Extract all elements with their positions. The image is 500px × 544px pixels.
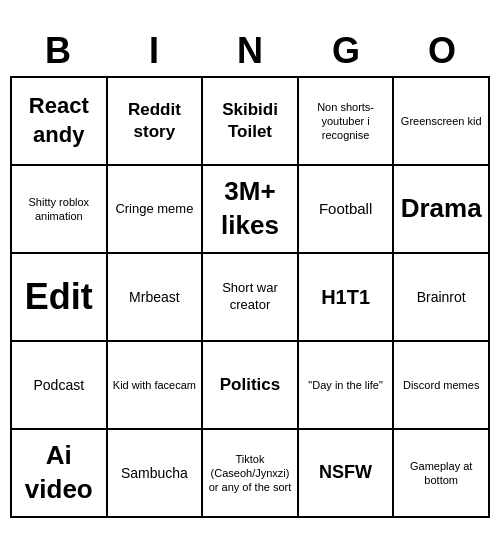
bingo-grid: React andy Reddit story Skibidi Toilet N… bbox=[10, 76, 490, 518]
cell-4: Greenscreen kid bbox=[394, 78, 490, 166]
cell-19: Discord memes bbox=[394, 342, 490, 430]
cell-1: Reddit story bbox=[108, 78, 204, 166]
cell-5: Shitty roblox animation bbox=[12, 166, 108, 254]
cell-15: Podcast bbox=[12, 342, 108, 430]
title-n: N bbox=[206, 30, 294, 72]
cell-9: Drama bbox=[394, 166, 490, 254]
cell-3: Non shorts- youtuber i recognise bbox=[299, 78, 395, 166]
cell-12: Short war creator bbox=[203, 254, 299, 342]
cell-10: Edit bbox=[12, 254, 108, 342]
bingo-card: B I N G O React andy Reddit story Skibid… bbox=[10, 26, 490, 518]
cell-13: H1T1 bbox=[299, 254, 395, 342]
cell-11: Mrbeast bbox=[108, 254, 204, 342]
cell-18: "Day in the life" bbox=[299, 342, 395, 430]
cell-21: Sambucha bbox=[108, 430, 204, 518]
cell-0: React andy bbox=[12, 78, 108, 166]
cell-6: Cringe meme bbox=[108, 166, 204, 254]
title-b: B bbox=[14, 30, 102, 72]
title-i: I bbox=[110, 30, 198, 72]
cell-7: 3M+ likes bbox=[203, 166, 299, 254]
title-o: O bbox=[398, 30, 486, 72]
cell-2: Skibidi Toilet bbox=[203, 78, 299, 166]
cell-14: Brainrot bbox=[394, 254, 490, 342]
cell-22: Tiktok (Caseoh/Jynxzi) or any of the sor… bbox=[203, 430, 299, 518]
cell-23: NSFW bbox=[299, 430, 395, 518]
cell-20: Ai video bbox=[12, 430, 108, 518]
cell-24: Gameplay at bottom bbox=[394, 430, 490, 518]
bingo-title: B I N G O bbox=[10, 26, 490, 76]
cell-16: Kid with facecam bbox=[108, 342, 204, 430]
title-g: G bbox=[302, 30, 390, 72]
cell-8: Football bbox=[299, 166, 395, 254]
cell-17: Politics bbox=[203, 342, 299, 430]
